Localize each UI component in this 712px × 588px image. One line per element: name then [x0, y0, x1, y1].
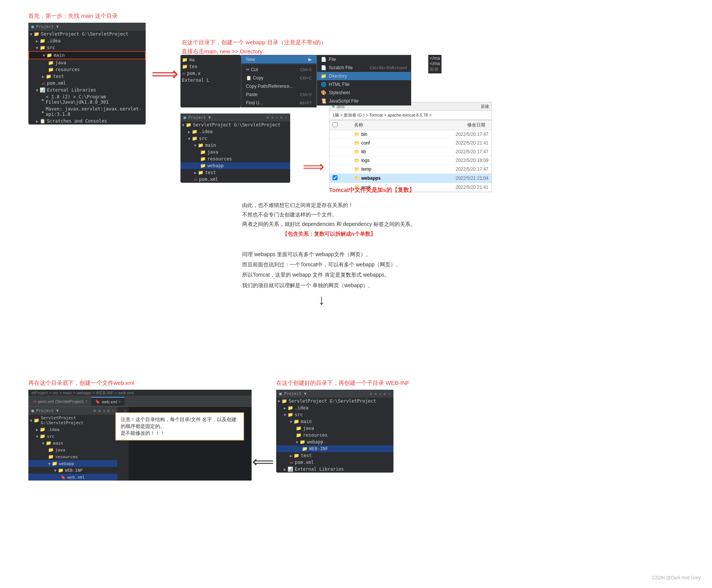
- step1-annotation: 首先，第一步：先找 main 这个目录: [28, 11, 118, 20]
- tree-item-resources[interactable]: 📁 resources: [28, 66, 146, 73]
- explorer-table: 名称 修改日期 📁bin 2022/5/20 17:47 📁conf 2022/…: [330, 120, 491, 192]
- menu-paste[interactable]: Paste Ctrl+V: [241, 90, 316, 99]
- col-date: 修改日期: [415, 120, 491, 130]
- step2-annotation: 在这个目录下，创建一个 webapp 目录（注意是不带s的） 直接右击main,…: [182, 38, 326, 56]
- ide3-tabbar: 𝑚 pom.xml (ServletProject) × 🔖 web.xml ×: [28, 396, 252, 407]
- submenu-html[interactable]: 🌐 HTML File: [317, 80, 411, 89]
- submenu-directory[interactable]: 📁 Directory: [317, 72, 411, 80]
- ide2-project[interactable]: ▼ 📁 ServletProject G:\ServletProject: [180, 121, 290, 128]
- explorer-row-conf[interactable]: 📁conf 2022/5/20 21:41: [330, 139, 491, 148]
- arrow-ide1-to-menu: ⟹: [151, 64, 179, 83]
- ide-panel-4: ■ Project ▼ ⚙ ≡ ↕ ⚙ ─ ▼ 📁 ServletProject…: [276, 390, 393, 473]
- menu-copy[interactable]: 📋 Copy Ctrl+C: [241, 74, 316, 82]
- watermark: CSDN @Dark And Grey: [652, 575, 701, 580]
- folder-icon: 📁: [40, 38, 45, 44]
- ide4-external[interactable]: ▶ 📊 External Libraries: [276, 466, 393, 473]
- tab-webxml[interactable]: 🔖 web.xml ×: [91, 397, 124, 406]
- menu-find[interactable]: Find U... Alt+F7: [241, 99, 316, 107]
- submenu-scratch[interactable]: 📄 Scratch File Ctrl+Alt+Shift+Insert: [317, 64, 411, 72]
- tree-item-project[interactable]: ▼ 📁 ServletProject G:\ServletProject: [28, 31, 146, 37]
- folder-icon: 📁: [47, 53, 52, 58]
- tree-item-pomxml[interactable]: 𝑚 pom.xml: [28, 80, 146, 87]
- col-checkbox: [330, 120, 351, 130]
- menu-new[interactable]: New ▶: [241, 55, 316, 64]
- ide2-resources[interactable]: 📁 resources: [180, 156, 290, 162]
- folder-icon: 📁: [48, 60, 54, 65]
- menu-copy-path[interactable]: Copy Path/Reference...: [241, 82, 316, 90]
- step6-annotation: 再在这个目录底下，创建一个文件web.xml: [28, 378, 134, 387]
- ide2-header: ■ Project ▼ ⚙ ≡ ↕ ⚙ ─: [180, 114, 290, 121]
- tree-item-idea[interactable]: ▶ 📁 .idea: [28, 37, 146, 44]
- submenu-stylesheet[interactable]: 🎨 Stylesheet: [317, 89, 411, 97]
- tree-item-test[interactable]: ▶ 📁 test: [28, 73, 146, 80]
- tree-item-scratches[interactable]: ▶ 📋 Scratches and Consoles: [28, 118, 146, 124]
- tree-item-jdk[interactable]: ▶ < 1.8 (2) > C:\Program Files\Java\jdk1…: [28, 93, 146, 106]
- context-menu-area: 📁 ma 📁 tes 𝑚 pom.x External L New ▶ ✂ Cu…: [180, 55, 411, 107]
- tree-item-main[interactable]: ▼ 📁 main: [28, 51, 146, 59]
- webapps-checkbox[interactable]: [333, 175, 337, 180]
- folder-icon: 📁: [34, 31, 39, 37]
- tree-item-java[interactable]: 📁 java: [28, 59, 146, 66]
- ide2-src[interactable]: ▼ 📁 src: [180, 135, 290, 142]
- context-menu: New ▶ ✂ Cut Ctrl+X 📋 Copy Ctrl+C Copy Pa…: [241, 55, 317, 107]
- ide2-java[interactable]: 📁 java: [180, 149, 290, 156]
- ide4-resources[interactable]: 📁 resources: [276, 432, 393, 439]
- ide2-pom[interactable]: 𝑚 pom.xml: [180, 176, 290, 183]
- ide3-java[interactable]: 📁 java: [28, 446, 117, 453]
- ide4-src[interactable]: ▼ 📁 src: [276, 411, 393, 418]
- ide-panel-1: ■ Project ▼ ▼ 📁 ServletProject G:\Servle…: [28, 23, 146, 124]
- folder-icon: 📁: [46, 74, 51, 79]
- cm-tree-pom: 𝑚 pom.x: [180, 70, 241, 77]
- explorer-row-lib[interactable]: 📁lib 2022/5/20 17:47: [330, 148, 491, 156]
- ide3-project[interactable]: ▼ 📁 ServletProject G:\ServletProject: [28, 415, 117, 426]
- ide1-header: ■ Project ▼: [28, 23, 146, 31]
- ide-panel-2: ■ Project ▼ ⚙ ≡ ↕ ⚙ ─ ▼ 📁 ServletProject…: [180, 114, 290, 183]
- step3-annotation: Tomcat中文件夹是加s的【复数】: [329, 185, 415, 194]
- folder-icon: 📁: [40, 45, 45, 50]
- arrow-ide2-to-explorer: ⟹: [303, 159, 324, 174]
- explorer-row-temp[interactable]: 📁temp 2022/5/20 17:47: [330, 165, 491, 174]
- arrow-icon: ▼: [30, 32, 32, 36]
- ide3-main[interactable]: ▼ 📁 main: [28, 440, 117, 446]
- col-name: 名称: [351, 120, 415, 130]
- ide2-webapp[interactable]: 📁 webapp: [180, 162, 290, 169]
- step5-body: 同理 webapps 里面可以有多个 webapp文件（网页）。 而且前面也说到…: [242, 250, 401, 308]
- explorer-row-logs[interactable]: 📁logs 2022/5/20 18:09: [330, 156, 491, 165]
- step4-body: 由此，也不难猜想它们之间肯定是存在关系的！ 不然也不会专门去创建这样的一个文件。…: [242, 201, 416, 239]
- ide3-tree-header: ■ Project ▼ ⚙ ≡ ↕ ⚙ ─: [28, 407, 117, 415]
- tab-pomxml[interactable]: 𝑚 pom.xml (ServletProject) ×: [30, 397, 91, 405]
- tree-item-external-libs[interactable]: ▼ 📊 External Libraries: [28, 87, 146, 93]
- select-all-checkbox[interactable]: [333, 122, 337, 127]
- cm-tree-ext: External L: [180, 77, 241, 84]
- menu-cut[interactable]: ✂ Cut Ctrl+X: [241, 65, 316, 74]
- tree-item-src[interactable]: ▼ 📁 src: [28, 44, 146, 51]
- ide3-webapp-folder[interactable]: ▼ 📁 webapp: [28, 460, 117, 467]
- explorer-row-webapps[interactable]: 📁webapps 2022/5/21 21:04: [330, 174, 491, 183]
- submenu-file[interactable]: 📄 File: [317, 55, 411, 64]
- ide-panel-3: etProject > src > main > webapp > WEB-IN…: [28, 390, 252, 481]
- ide4-webinf[interactable]: 📁 WEB-INF: [276, 445, 393, 452]
- ide4-java[interactable]: 📁 java: [276, 425, 393, 432]
- submenu-js[interactable]: 📜 JavaScript File: [317, 97, 411, 105]
- ide3-webinf[interactable]: ▼ 📁 WEB-INF: [28, 467, 117, 474]
- down-arrow-step5: ↓: [242, 293, 401, 307]
- ide2-test[interactable]: ▶ 📁 test: [180, 169, 290, 176]
- ide2-idea[interactable]: ▶ 📁 .idea: [180, 128, 290, 135]
- ide4-idea[interactable]: ▶ 📁 .idea: [276, 404, 393, 411]
- ide4-test[interactable]: ▶ 📁 test: [276, 452, 393, 459]
- ide3-src[interactable]: ▼ 📁 src: [28, 433, 117, 440]
- ide4-webapp[interactable]: ▼ 📁 webapp: [276, 439, 393, 445]
- tree-item-maven[interactable]: ▶ Maven: javax.servlet:javax.servlet-api…: [28, 106, 146, 118]
- ide3-idea[interactable]: ▶ 📁 .idea: [28, 426, 117, 433]
- ide3-resources[interactable]: 📁 resources: [28, 453, 117, 460]
- ide4-main[interactable]: ▼ 📁 main: [276, 418, 393, 425]
- folder-icon: 📁: [48, 67, 54, 72]
- explorer-row-bin[interactable]: 📁bin 2022/5/20 17:47: [330, 130, 491, 139]
- ide4-pom[interactable]: 𝑚 pom.xml: [276, 459, 393, 466]
- cm-tree-tes: 📁 tes: [180, 63, 241, 70]
- ide2-main[interactable]: ▼ 📁 main: [180, 142, 290, 149]
- ide4-project[interactable]: ▼ 📁 ServletProject G:\ServletProject: [276, 398, 393, 404]
- ide3-webxml[interactable]: 🔖 web.xml: [28, 474, 117, 481]
- explorer-table-container: 名称 修改日期 📁bin 2022/5/20 17:47 📁conf 2022/…: [329, 120, 492, 192]
- ide4-header: ■ Project ▼ ⚙ ≡ ↕ ⚙ ─: [276, 390, 393, 398]
